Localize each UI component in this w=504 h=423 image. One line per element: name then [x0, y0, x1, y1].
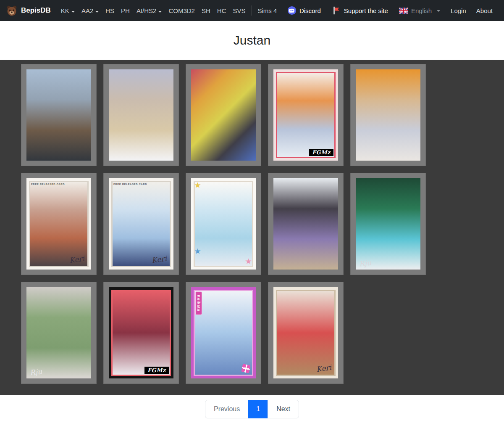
- character-card-1[interactable]: [21, 64, 97, 166]
- discord-label: Discord: [299, 7, 321, 14]
- pagination-bar: Previous 1 Next: [0, 395, 504, 423]
- brand[interactable]: BepisDB: [6, 5, 51, 16]
- artist-signature: Keri: [151, 254, 167, 265]
- star-decorations: ★★★: [194, 181, 253, 267]
- card-thumbnail: Rju: [26, 287, 91, 378]
- support-link[interactable]: Support the site: [328, 3, 392, 18]
- chevron-down-icon: [95, 11, 99, 14]
- character-card-10[interactable]: Rju: [350, 173, 426, 275]
- support-flag-icon: [332, 6, 341, 15]
- brand-name: BepisDB: [21, 6, 51, 15]
- nav-item-hs[interactable]: HS: [102, 5, 118, 17]
- character-card-8[interactable]: ★★★: [186, 173, 261, 275]
- navbar: BepisDB KKAA2HSPHAI/HS2COM3D2SHHCSVSSims…: [0, 0, 504, 21]
- card-thumbnail: FGMz: [273, 69, 338, 161]
- card-thumbnail: [356, 69, 420, 161]
- card-thumbnail: FGMz: [109, 287, 173, 378]
- card-thumbnail: FREE RELEASED CARDKeri: [109, 178, 173, 270]
- character-card-11[interactable]: Rju: [21, 282, 97, 384]
- character-card-7[interactable]: FREE RELEASED CARDKeri: [103, 173, 179, 275]
- card-thumbnail: Koikatu: [191, 287, 256, 378]
- discord-link[interactable]: Discord: [283, 3, 325, 18]
- character-card-5[interactable]: [350, 64, 426, 166]
- star-icon: ★: [245, 257, 252, 265]
- uk-flag-icon: [399, 8, 408, 14]
- card-thumbnail: [26, 69, 91, 161]
- login-link[interactable]: Login: [447, 5, 470, 17]
- card-thumbnail: Rju: [356, 178, 420, 270]
- artist-signature: Rju: [359, 259, 372, 268]
- language-label: English: [411, 7, 432, 14]
- nav-item-hc[interactable]: HC: [214, 5, 230, 17]
- character-card-3[interactable]: [186, 64, 261, 166]
- free-card-caption: FREE RELEASED CARD: [113, 183, 147, 185]
- nav-item-sims-4[interactable]: Sims 4: [255, 5, 281, 17]
- card-thumbnail: Keri: [273, 287, 338, 378]
- nav-item-sh[interactable]: SH: [198, 5, 214, 17]
- content-area: FGMzFREE RELEASED CARDKeriFREE RELEASED …: [0, 60, 504, 395]
- star-icon: ★: [194, 181, 201, 189]
- fgmz-badge: FGMz: [144, 367, 169, 374]
- artist-signature: Rju: [29, 367, 42, 377]
- gift-icon: [241, 364, 251, 373]
- fgmz-badge: FGMz: [309, 149, 333, 156]
- free-card-caption: FREE RELEASED CARD: [31, 183, 65, 185]
- koikatu-ribbon: Koikatu: [195, 291, 202, 315]
- star-icon: ★: [194, 247, 201, 255]
- language-selector[interactable]: English: [395, 5, 444, 17]
- bepisdb-logo-icon: [6, 5, 18, 16]
- nav-right: Discord Support the site: [283, 3, 496, 18]
- card-thumbnail: FREE RELEASED CARDKeri: [26, 178, 91, 270]
- chevron-down-icon: [158, 11, 162, 14]
- nav-item-com3d2[interactable]: COM3D2: [165, 5, 198, 17]
- page-number-button[interactable]: 1: [248, 400, 268, 418]
- card-thumbnail: [273, 178, 338, 270]
- character-card-9[interactable]: [268, 173, 344, 275]
- nav-item-svs[interactable]: SVS: [229, 5, 249, 17]
- nav-item-ph[interactable]: PH: [118, 5, 133, 17]
- support-label: Support the site: [344, 7, 388, 14]
- card-thumbnail: [191, 69, 256, 161]
- nav-item-kk[interactable]: KK: [58, 5, 78, 17]
- nav-items: KKAA2HSPHAI/HS2COM3D2SHHCSVSSims 4: [58, 5, 280, 17]
- page-header: Justan: [0, 21, 504, 60]
- nav-item-aa2[interactable]: AA2: [78, 5, 102, 17]
- discord-icon: [287, 6, 297, 15]
- next-page-button[interactable]: Next: [268, 400, 299, 418]
- character-card-13[interactable]: Koikatu: [186, 282, 261, 384]
- character-card-4[interactable]: FGMz: [268, 64, 344, 166]
- page-title: Justan: [234, 33, 270, 48]
- pagination: Previous 1 Next: [205, 400, 299, 418]
- previous-page-button[interactable]: Previous: [205, 400, 249, 418]
- nav-divider: [252, 5, 252, 16]
- card-grid: FGMzFREE RELEASED CARDKeriFREE RELEASED …: [21, 64, 441, 384]
- artist-signature: Keri: [316, 363, 332, 374]
- chevron-down-icon: [71, 11, 75, 14]
- chevron-down-icon: [437, 10, 440, 13]
- nav-item-ai-hs2[interactable]: AI/HS2: [133, 5, 165, 17]
- card-thumbnail: ★★★: [191, 178, 256, 270]
- artist-signature: Keri: [69, 254, 85, 265]
- character-card-12[interactable]: FGMz: [103, 282, 179, 384]
- character-card-2[interactable]: [103, 64, 179, 166]
- about-link[interactable]: About: [472, 5, 496, 17]
- character-card-6[interactable]: FREE RELEASED CARDKeri: [21, 173, 97, 275]
- card-thumbnail: [109, 69, 173, 161]
- character-card-14[interactable]: Keri: [268, 282, 344, 384]
- page: BepisDB KKAA2HSPHAI/HS2COM3D2SHHCSVSSims…: [0, 0, 504, 423]
